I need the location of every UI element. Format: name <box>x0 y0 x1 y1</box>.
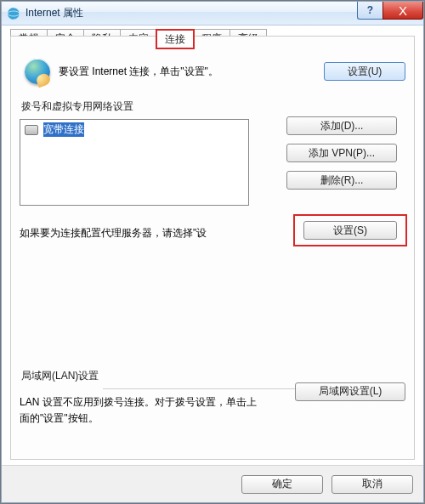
globe-icon <box>25 59 50 84</box>
lan-text: LAN 设置不应用到拨号连接。对于拨号设置，单击上面的"设置"按钮。 <box>20 394 258 427</box>
window-controls: ? X <box>357 2 423 20</box>
dialup-buttons: 添加(D)... 添加 VPN(P)... 删除(R)... <box>286 116 397 190</box>
proxy-settings-highlight: 设置(S) <box>295 216 405 245</box>
lan-settings-button[interactable]: 局域网设置(L) <box>295 382 405 401</box>
add-connection-button[interactable]: 添加(D)... <box>286 116 397 135</box>
proxy-row: 如果要为连接配置代理服务器，请选择"设 设置(S) <box>20 221 405 241</box>
add-vpn-button[interactable]: 添加 VPN(P)... <box>286 144 397 162</box>
dialup-group: 拨号和虚拟专用网络设置 宽带连接 添加(D)... 添加 VPN(P)... 删… <box>20 99 405 206</box>
dialog-footer: 确定 取消 <box>2 465 423 502</box>
lan-group: 局域网(LAN)设置 LAN 设置不应用到拨号连接。对于拨号设置，单击上面的"设… <box>20 365 405 452</box>
connection-item[interactable]: 宽带连接 <box>22 122 246 138</box>
modem-icon <box>25 125 38 135</box>
setup-intro-row: 要设置 Internet 连接，单击"设置"。 设置(U) <box>25 59 405 84</box>
close-button[interactable]: X <box>382 2 423 20</box>
connections-listbox[interactable]: 宽带连接 <box>20 119 249 206</box>
dialog-window: Internet 属性 ? X 常规 安全 隐私 内容 连接 程序 高级 要设置… <box>1 1 424 503</box>
setup-intro-text: 要设置 Internet 连接，单击"设置"。 <box>59 65 315 79</box>
lan-group-label: 局域网(LAN)设置 <box>21 369 405 383</box>
proxy-settings-button[interactable]: 设置(S) <box>303 221 397 240</box>
setup-button[interactable]: 设置(U) <box>324 62 405 81</box>
dialup-group-label: 拨号和虚拟专用网络设置 <box>21 99 405 114</box>
titlebar: Internet 属性 ? X <box>2 2 423 25</box>
tab-connections[interactable]: 连接 <box>156 30 194 48</box>
help-button[interactable]: ? <box>357 2 382 20</box>
window-title: Internet 属性 <box>26 6 83 20</box>
tab-panel-connections: 要设置 Internet 连接，单击"设置"。 设置(U) 拨号和虚拟专用网络设… <box>10 36 415 460</box>
proxy-text: 如果要为连接配置代理服务器，请选择"设 <box>20 221 207 241</box>
ok-button[interactable]: 确定 <box>241 475 323 494</box>
cancel-button[interactable]: 取消 <box>332 475 413 494</box>
remove-connection-button[interactable]: 删除(R)... <box>286 171 397 190</box>
internet-options-icon <box>7 7 20 20</box>
connection-name: 宽带连接 <box>43 122 84 137</box>
